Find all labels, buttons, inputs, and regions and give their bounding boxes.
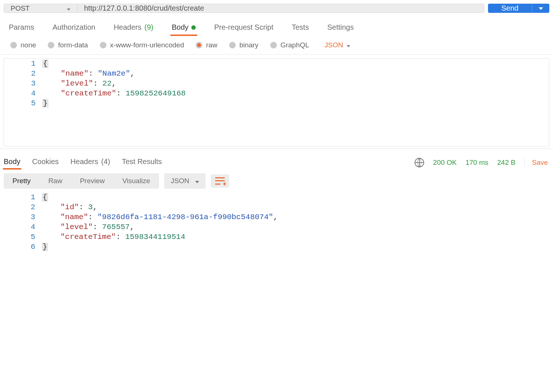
line-number: 4: [4, 88, 38, 98]
view-pretty-button[interactable]: Pretty: [4, 173, 40, 189]
body-content-type-value: JSON: [325, 41, 343, 49]
json-number: 1598344119514: [125, 233, 185, 241]
body-type-formdata[interactable]: form-data: [48, 41, 88, 49]
body-type-raw-label: raw: [206, 41, 217, 49]
line-number: 5: [4, 98, 38, 108]
headers-count: (9): [144, 23, 153, 32]
resp-tab-body[interactable]: Body: [3, 155, 21, 170]
tab-headers[interactable]: Headers (9): [112, 20, 155, 36]
json-string: "9826d6fa-1181-4298-961a-f990bc548074": [97, 213, 273, 221]
radio-icon: [270, 42, 277, 48]
http-method-select[interactable]: POST: [4, 4, 77, 12]
radio-icon: [229, 42, 236, 48]
url-input[interactable]: [77, 4, 484, 12]
body-type-xwww[interactable]: x-www-form-urlencoded: [100, 41, 184, 49]
body-type-selector: none form-data x-www-form-urlencoded raw…: [0, 36, 553, 55]
save-response-button[interactable]: Save: [524, 159, 550, 167]
body-type-graphql-label: GraphQL: [281, 41, 309, 49]
request-tabs: Params Authorization Headers (9) Body Pr…: [0, 17, 553, 36]
http-method-value: POST: [11, 4, 30, 12]
json-number: 3: [88, 203, 93, 211]
resp-tab-testresults[interactable]: Test Results: [121, 155, 163, 170]
line-number: 2: [4, 69, 38, 79]
tab-headers-label: Headers: [114, 23, 142, 32]
view-visualize-button[interactable]: Visualize: [113, 173, 159, 189]
json-number: 765557: [102, 223, 130, 231]
line-number: 4: [4, 222, 37, 232]
resp-tab-cookies[interactable]: Cookies: [32, 155, 59, 170]
json-number: 1598252649168: [126, 89, 186, 98]
json-number: 22: [102, 79, 112, 88]
response-toolbar: Pretty Raw Preview Visualize JSON: [0, 170, 553, 192]
chevron-down-icon: [195, 177, 199, 185]
send-options-button[interactable]: [532, 4, 549, 13]
body-type-xwww-label: x-www-form-urlencoded: [110, 41, 184, 49]
line-number: 6: [4, 242, 37, 252]
wrap-icon: [215, 177, 225, 185]
resp-headers-count: (4): [101, 157, 110, 166]
json-key: "createTime": [61, 89, 116, 98]
tab-params[interactable]: Params: [7, 20, 36, 36]
response-header: Body Cookies Headers (4) Test Results 20…: [0, 154, 553, 170]
modified-dot-icon: [191, 25, 196, 30]
body-type-graphql[interactable]: GraphQL: [270, 41, 309, 49]
json-key: "level": [60, 223, 93, 231]
status-code: 200 OK: [433, 159, 456, 167]
json-key: "level": [61, 79, 93, 88]
body-type-binary-label: binary: [239, 41, 259, 49]
tab-body-label: Body: [172, 23, 189, 32]
radio-icon: [10, 42, 17, 48]
line-number: 2: [4, 202, 37, 212]
chevron-down-icon: [539, 6, 543, 11]
line-number: 3: [4, 79, 38, 88]
json-key: "name": [60, 213, 88, 221]
response-size: 242 B: [497, 159, 516, 167]
tab-body[interactable]: Body: [170, 20, 198, 36]
response-body-editor[interactable]: 1 { 2 "id": 3, 3 "name": "9826d6fa-1181-…: [4, 192, 549, 252]
line-number: 1: [4, 192, 37, 202]
json-key: "name": [61, 69, 88, 78]
json-key: "id": [60, 203, 79, 211]
body-type-raw[interactable]: raw: [196, 41, 217, 49]
view-preview-button[interactable]: Preview: [71, 173, 114, 189]
tab-prerequest[interactable]: Pre-request Script: [213, 20, 275, 36]
response-view-segmented: Pretty Raw Preview Visualize: [4, 173, 159, 189]
tab-authorization[interactable]: Authorization: [51, 20, 97, 36]
line-number: 3: [4, 212, 37, 222]
radio-icon: [100, 42, 106, 48]
body-type-binary[interactable]: binary: [229, 41, 259, 49]
request-body-editor[interactable]: 1 { 2 "name": "Nam2e", 3 "level": 22, 4 …: [4, 58, 549, 146]
method-url-group: POST: [4, 4, 484, 13]
response-content-type-select[interactable]: JSON: [164, 173, 206, 189]
json-string: "Nam2e": [98, 69, 130, 78]
body-type-none-label: none: [21, 41, 36, 49]
chevron-down-icon: [67, 4, 71, 12]
tab-tests[interactable]: Tests: [290, 20, 310, 36]
tab-settings[interactable]: Settings: [326, 20, 355, 36]
response-content-type-value: JSON: [171, 177, 189, 185]
resp-headers-label: Headers: [71, 157, 98, 166]
chevron-down-icon: [347, 41, 350, 49]
body-type-formdata-label: form-data: [58, 41, 88, 49]
resp-tab-headers[interactable]: Headers (4): [70, 155, 111, 170]
globe-icon[interactable]: [415, 158, 424, 167]
response-tabs: Body Cookies Headers (4) Test Results: [3, 155, 163, 170]
wrap-lines-button[interactable]: [211, 174, 229, 188]
view-raw-button[interactable]: Raw: [40, 173, 71, 189]
json-key: "createTime": [60, 233, 116, 241]
body-type-none[interactable]: none: [10, 41, 36, 49]
send-button-group: Send: [488, 4, 549, 13]
response-time: 170 ms: [466, 159, 488, 167]
response-meta: 200 OK 170 ms 242 B Save: [415, 158, 550, 167]
body-content-type-select[interactable]: JSON: [325, 41, 351, 49]
radio-icon: [196, 42, 202, 48]
send-button[interactable]: Send: [488, 4, 532, 13]
line-number: 1: [4, 59, 38, 69]
line-number: 5: [4, 232, 37, 242]
radio-icon: [48, 42, 54, 48]
